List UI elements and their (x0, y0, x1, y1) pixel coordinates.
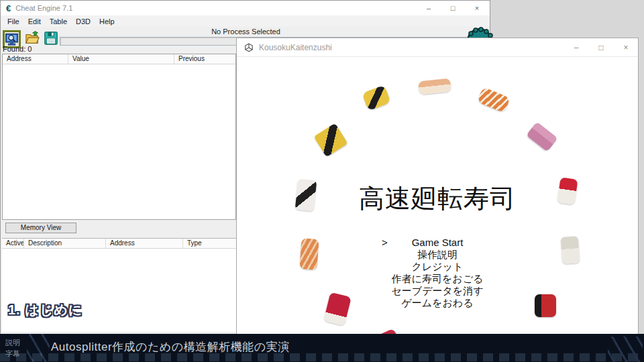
game-content: 高速廻転寿司 > Game Start 操作説明 クレジット 作者に寿司をおごる… (237, 57, 638, 362)
game-maximize-button[interactable]: □ (596, 43, 606, 52)
column-value[interactable]: Value (68, 54, 174, 64)
game-minimize-button[interactable]: – (572, 43, 581, 52)
game-menu: Game Start 操作説明 クレジット 作者に寿司をおごる セーブデータを消… (237, 237, 638, 309)
column-address2[interactable]: Address (106, 239, 183, 248)
menu-help[interactable]: Help (99, 17, 115, 25)
column-address[interactable]: Address (3, 54, 68, 64)
close-button[interactable]: × (472, 4, 482, 12)
menu-file[interactable]: File (7, 17, 19, 25)
game-window-title: KousokuKaitenzushi (259, 43, 332, 52)
save-table-button[interactable] (43, 30, 58, 46)
save-floppy-icon (44, 31, 58, 46)
minimize-button[interactable]: – (424, 4, 433, 12)
menu-item-game-start[interactable]: Game Start (237, 237, 638, 249)
menu-d3d[interactable]: D3D (76, 17, 91, 25)
game-titlebar[interactable]: KousokuKaitenzushi – □ × (237, 38, 638, 57)
stripe-decoration-right (608, 337, 643, 362)
sushi-tamago-square (313, 123, 347, 158)
column-previous[interactable]: Previous (174, 54, 235, 64)
open-table-button[interactable] (24, 30, 40, 46)
process-status-label: No Process Selected (1, 27, 491, 36)
menu-item-credits[interactable]: クレジット (237, 261, 638, 273)
menu-table[interactable]: Table (50, 17, 67, 25)
game-window: KousokuKaitenzushi – □ × 高速廻転寿司 > Game S… (236, 38, 639, 362)
cheat-table-header: Active Description Address Type (2, 239, 236, 249)
sprocket-decoration (0, 353, 644, 361)
column-description[interactable]: Description (24, 239, 106, 248)
menu-item-donate[interactable]: 作者に寿司をおごる (237, 273, 638, 285)
sushi-tai-pale (418, 78, 451, 95)
menu-item-controls[interactable]: 操作説明 (237, 249, 638, 261)
sushi-hamachi-pink (526, 121, 558, 152)
found-count-label: Found: 0 (3, 45, 32, 53)
section-caption: 1. はじめに (8, 301, 83, 319)
column-active[interactable]: Active (2, 239, 24, 248)
maximize-button[interactable]: □ (448, 4, 458, 12)
column-type[interactable]: Type (183, 239, 236, 248)
cheat-engine-menubar: File Edit Table D3D Help (1, 15, 490, 27)
sushi-ebi (477, 87, 511, 113)
menu-item-quit[interactable]: ゲームをおわる (237, 297, 638, 309)
sushi-tamago-ball (362, 85, 390, 111)
cheat-engine-icon: € (6, 4, 11, 13)
cheat-engine-titlebar[interactable]: € Cheat Engine 7.1 – □ × (1, 1, 490, 15)
scan-results-header: Address Value Previous (3, 54, 235, 64)
memory-view-button[interactable]: Memory View (5, 223, 76, 233)
unity-icon (244, 43, 254, 52)
open-folder-icon (25, 31, 40, 46)
monitor-magnifier-icon (5, 32, 19, 46)
subtitle-bar: 説明 字幕 Autosplitter作成のための構造解析機能の実演 (0, 334, 644, 362)
cheat-engine-title: Cheat Engine 7.1 (15, 4, 72, 12)
menu-item-erase-save[interactable]: セーブデータを消す (237, 285, 638, 297)
menu-edit[interactable]: Edit (28, 17, 41, 25)
cheat-engine-mascot-icon (466, 27, 493, 38)
scan-results-list[interactable]: Address Value Previous (2, 54, 236, 220)
game-close-button[interactable]: × (621, 43, 631, 52)
game-main-title: 高速廻転寿司 (237, 182, 638, 216)
